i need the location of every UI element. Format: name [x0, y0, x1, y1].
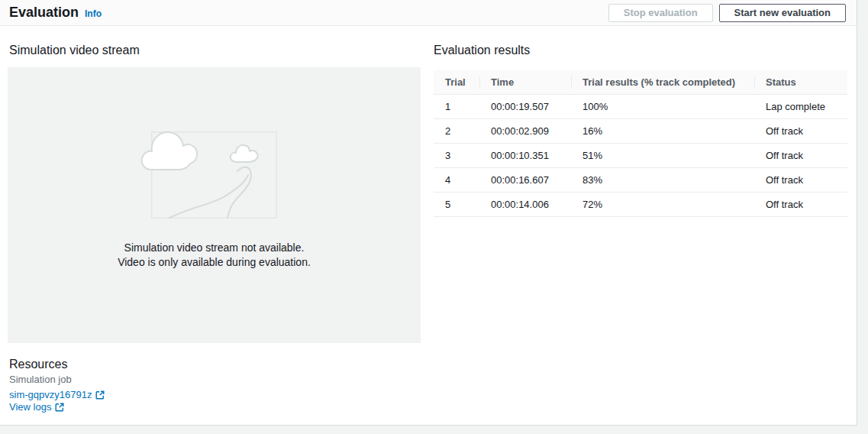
result-cell: 83%: [571, 167, 754, 192]
result-cell: 16%: [571, 118, 754, 143]
result-cell: 72%: [571, 192, 754, 216]
simulation-job-link[interactable]: sim-gqpvzy16791z: [9, 389, 105, 400]
video-message-line2: Video is only available during evaluatio…: [118, 256, 311, 268]
table-row: 1 00:00:19.507 100% Lap complete: [434, 94, 847, 118]
column-header-status: Status: [754, 70, 847, 94]
video-panel-heading: Simulation video stream: [9, 43, 140, 58]
status-cell: Lap complete: [754, 94, 847, 118]
trial-cell: 2: [434, 118, 479, 143]
cloud-road-illustration-icon: [151, 131, 277, 219]
view-logs-link-text: View logs: [9, 401, 51, 413]
result-cell: 51%: [571, 143, 754, 167]
resources-heading: Resources: [9, 357, 67, 372]
trial-cell: 1: [434, 94, 479, 118]
status-cell: Off track: [754, 167, 847, 192]
trial-cell: 3: [434, 143, 479, 167]
time-cell: 00:00:14.006: [479, 192, 571, 216]
external-link-icon: [55, 403, 64, 412]
table-row: 3 00:00:10.351 51% Off track: [434, 143, 847, 167]
header-actions: Stop evaluation Start new evaluation: [602, 4, 846, 22]
simulation-job-link-text: sim-gqpvzy16791z: [9, 389, 92, 400]
time-cell: 00:00:16.607: [479, 167, 571, 192]
results-panel-heading: Evaluation results: [434, 43, 530, 58]
column-header-time: Time: [479, 70, 571, 94]
stop-evaluation-button[interactable]: Stop evaluation: [608, 4, 713, 22]
video-message-line1: Simulation video stream not available.: [124, 241, 305, 254]
table-row: 5 00:00:14.006 72% Off track: [434, 192, 847, 216]
table-row: 4 00:00:16.607 83% Off track: [434, 167, 847, 192]
column-header-results: Trial results (% track completed): [571, 70, 754, 94]
evaluation-results-table: Trial Time Trial results (% track comple…: [434, 70, 847, 217]
status-cell: Off track: [754, 192, 847, 216]
result-cell: 100%: [571, 94, 754, 118]
page-title: Evaluation: [9, 5, 79, 21]
trial-cell: 4: [434, 167, 479, 192]
view-logs-link[interactable]: View logs: [9, 401, 64, 413]
column-header-trial: Trial: [434, 70, 479, 94]
table-header-row: Trial Time Trial results (% track comple…: [434, 70, 847, 94]
table-row: 2 00:00:02.909 16% Off track: [434, 118, 847, 143]
start-new-evaluation-button[interactable]: Start new evaluation: [719, 4, 846, 22]
video-placeholder: Simulation video stream not available. V…: [8, 67, 421, 343]
time-cell: 00:00:10.351: [479, 143, 571, 167]
page-title-group: Evaluation Info: [9, 5, 102, 21]
status-cell: Off track: [754, 118, 847, 143]
simulation-job-label: Simulation job: [9, 374, 72, 385]
info-link[interactable]: Info: [85, 8, 102, 19]
trial-cell: 5: [434, 192, 479, 216]
page-header: Evaluation Info Stop evaluation Start ne…: [0, 0, 857, 26]
time-cell: 00:00:02.909: [479, 118, 571, 143]
time-cell: 00:00:19.507: [479, 94, 571, 118]
video-unavailable-message: Simulation video stream not available. V…: [118, 241, 311, 270]
external-link-icon: [95, 390, 105, 400]
status-cell: Off track: [754, 143, 847, 167]
evaluation-page-card: Evaluation Info Stop evaluation Start ne…: [0, 0, 857, 426]
